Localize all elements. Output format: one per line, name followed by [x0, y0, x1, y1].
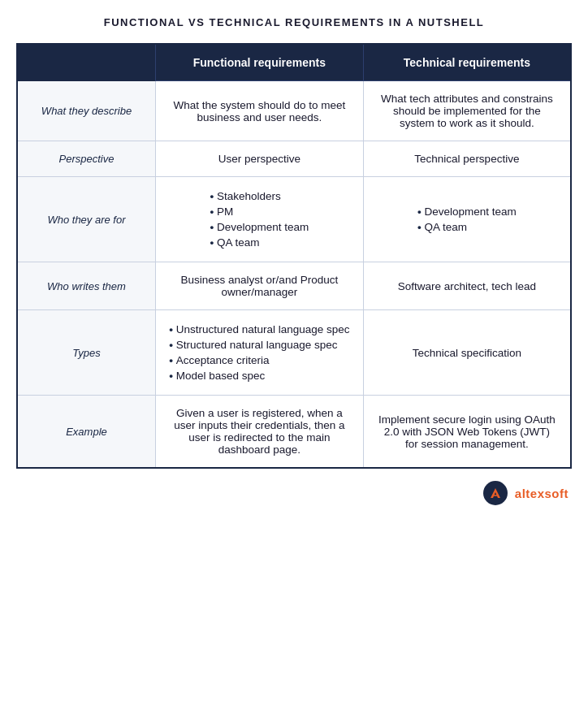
row-functional-types: Unstructured natural language spec Struc… — [156, 310, 364, 396]
table-row: Example Given a user is registered, when… — [17, 396, 571, 469]
row-label-who-writes: Who writes them — [17, 262, 156, 310]
logo-text-accent: soft — [545, 487, 569, 500]
row-technical-types: Technical specification — [363, 310, 571, 396]
list-item: Structured natural language spec — [169, 337, 349, 353]
row-technical-example: Implement secure login using OAuth 2.0 w… — [363, 396, 571, 469]
table-row: Who they are for Stakeholders PM Develop… — [17, 177, 571, 262]
comparison-table: Functional requirements Technical requir… — [16, 43, 572, 469]
list-item: Stakeholders — [210, 188, 309, 204]
row-functional-example: Given a user is registered, when a user … — [156, 396, 364, 469]
row-functional-what-they-describe: What the system should do to meet busine… — [156, 81, 364, 141]
logo-text: altexsoft — [515, 487, 569, 500]
technical-who-for-list: Development team QA team — [417, 204, 517, 235]
col-header-0 — [17, 44, 156, 81]
row-technical-perspective: Technical perspective — [363, 141, 571, 177]
col-header-functional: Functional requirements — [156, 44, 364, 81]
list-item: PM — [210, 204, 309, 219]
list-item: QA team — [417, 219, 517, 235]
list-item: Acceptance criteria — [169, 353, 349, 368]
list-item: Model based spec — [169, 368, 349, 383]
table-row: What they describe What the system shoul… — [17, 81, 571, 141]
altexsoft-logo-icon — [482, 480, 508, 506]
row-technical-who-for: Development team QA team — [363, 177, 571, 262]
functional-who-for-list: Stakeholders PM Development team QA team — [210, 188, 309, 250]
row-functional-perspective: User perspective — [156, 141, 364, 177]
table-row: Types Unstructured natural language spec… — [17, 310, 571, 396]
row-technical-who-writes: Software architect, tech lead — [363, 262, 571, 310]
table-row: Who writes them Business analyst or/and … — [17, 262, 571, 310]
list-item: Development team — [417, 204, 517, 219]
list-item: Development team — [210, 219, 309, 235]
svg-point-0 — [483, 481, 508, 505]
row-functional-who-writes: Business analyst or/and Product owner/ma… — [156, 262, 364, 310]
col-header-technical: Technical requirements — [363, 44, 571, 81]
logo-area: altexsoft — [482, 480, 569, 506]
list-item: QA team — [210, 235, 309, 250]
row-label-types: Types — [17, 310, 156, 396]
row-label-perspective: Perspective — [17, 141, 156, 177]
row-label-example: Example — [17, 396, 156, 469]
row-label-who-for: Who they are for — [17, 177, 156, 262]
footer: altexsoft — [16, 480, 572, 506]
logo-text-normal: altex — [515, 487, 545, 500]
functional-types-list: Unstructured natural language spec Struc… — [169, 322, 349, 383]
list-item: Unstructured natural language spec — [169, 322, 349, 337]
row-technical-what-they-describe: What tech attributes and constrains shou… — [363, 81, 571, 141]
row-label-what-they-describe: What they describe — [17, 81, 156, 141]
page-title: FUNCTIONAL VS TECHNICAL REQUIREMENTS IN … — [104, 16, 485, 28]
table-row: Perspective User perspective Technical p… — [17, 141, 571, 177]
row-functional-who-for: Stakeholders PM Development team QA team — [156, 177, 364, 262]
